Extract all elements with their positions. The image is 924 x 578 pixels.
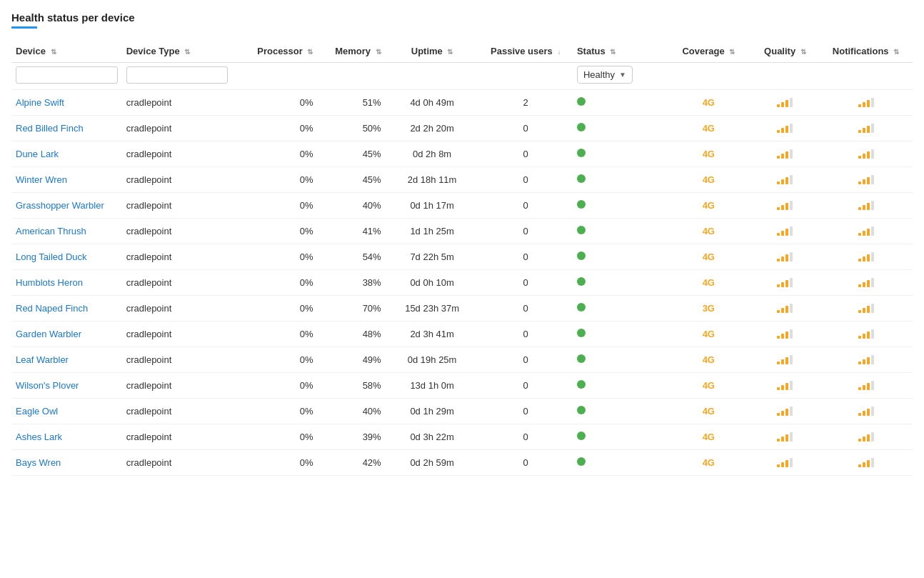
signal-bars-icon bbox=[777, 121, 793, 133]
cell-passive-users: 0 bbox=[479, 296, 573, 322]
device-link[interactable]: Grasshopper Warbler bbox=[16, 200, 104, 211]
dropdown-arrow-icon: ▼ bbox=[619, 71, 626, 79]
status-filter-dropdown[interactable]: Healthy ▼ bbox=[577, 66, 633, 84]
cell-processor: 0% bbox=[232, 424, 317, 450]
cell-notifications bbox=[819, 116, 913, 141]
th-quality[interactable]: Quality ⇅ bbox=[751, 40, 819, 63]
cell-device-type: cradlepoint bbox=[122, 399, 233, 424]
cell-device: Winter Wren bbox=[11, 167, 122, 193]
cell-processor: 0% bbox=[232, 116, 317, 141]
filter-row: Healthy ▼ bbox=[11, 63, 913, 90]
sort-icon-uptime: ⇅ bbox=[447, 48, 453, 56]
cell-notifications bbox=[819, 450, 913, 476]
status-dot bbox=[577, 97, 586, 106]
th-device-type[interactable]: Device Type ⇅ bbox=[122, 40, 233, 63]
cell-uptime: 13d 1h 0m bbox=[386, 373, 479, 399]
device-link[interactable]: Long Tailed Duck bbox=[16, 251, 87, 262]
device-link[interactable]: Garden Warbler bbox=[16, 329, 81, 339]
notification-bars-icon bbox=[858, 456, 874, 467]
cell-processor: 0% bbox=[232, 244, 317, 270]
cell-coverage: 4G bbox=[666, 424, 751, 450]
cell-device: Long Tailed Duck bbox=[11, 244, 122, 270]
sort-icon-memory: ⇅ bbox=[376, 48, 381, 56]
filter-processor-cell bbox=[232, 63, 317, 90]
cell-processor: 0% bbox=[232, 193, 317, 219]
cell-device: Leaf Warbler bbox=[11, 347, 122, 373]
cell-notifications bbox=[819, 219, 913, 244]
sort-icon-status: ⇅ bbox=[610, 48, 616, 56]
cell-quality bbox=[751, 322, 819, 347]
th-coverage[interactable]: Coverage ⇅ bbox=[666, 40, 751, 63]
cell-device-type: cradlepoint bbox=[122, 347, 233, 373]
device-link[interactable]: Alpine Swift bbox=[16, 97, 64, 108]
device-link[interactable]: Bays Wren bbox=[16, 457, 61, 468]
notification-bars-icon bbox=[858, 121, 874, 133]
cell-notifications bbox=[819, 296, 913, 322]
cell-device-type: cradlepoint bbox=[122, 450, 233, 476]
th-device[interactable]: Device ⇅ bbox=[11, 40, 122, 63]
cell-device-type: cradlepoint bbox=[122, 219, 233, 244]
cell-uptime: 7d 22h 5m bbox=[386, 244, 479, 270]
device-link[interactable]: Winter Wren bbox=[16, 174, 67, 185]
cell-memory: 48% bbox=[317, 322, 385, 347]
sort-icon-device-type: ⇅ bbox=[184, 48, 190, 56]
coverage-badge: 4G bbox=[703, 123, 715, 134]
cell-status bbox=[573, 116, 666, 141]
cell-device: Humblots Heron bbox=[11, 270, 122, 296]
signal-bars-icon bbox=[777, 173, 793, 184]
device-type-filter-input[interactable] bbox=[126, 66, 229, 84]
table-row: Alpine Swiftcradlepoint0%51%4d 0h 49m24G bbox=[11, 90, 913, 116]
table-row: Ashes Larkcradlepoint0%39%0d 3h 22m04G bbox=[11, 424, 913, 450]
cell-status bbox=[573, 296, 666, 322]
notification-bars-icon bbox=[858, 430, 874, 442]
cell-memory: 50% bbox=[317, 116, 385, 141]
device-link[interactable]: Leaf Warbler bbox=[16, 354, 69, 365]
cell-passive-users: 0 bbox=[479, 244, 573, 270]
cell-device: Red Naped Finch bbox=[11, 296, 122, 322]
cell-passive-users: 0 bbox=[479, 322, 573, 347]
title-underline bbox=[11, 26, 37, 29]
cell-processor: 0% bbox=[232, 90, 317, 116]
cell-status bbox=[573, 141, 666, 167]
coverage-badge: 4G bbox=[703, 149, 715, 159]
cell-device-type: cradlepoint bbox=[122, 424, 233, 450]
notification-bars-icon bbox=[858, 224, 874, 236]
device-link[interactable]: Ashes Lark bbox=[16, 432, 62, 442]
filter-quality-cell bbox=[751, 63, 819, 90]
device-link[interactable]: Red Naped Finch bbox=[16, 303, 88, 314]
cell-uptime: 0d 3h 22m bbox=[386, 424, 479, 450]
th-uptime[interactable]: Uptime ⇅ bbox=[386, 40, 479, 63]
th-processor[interactable]: Processor ⇅ bbox=[232, 40, 317, 63]
cell-notifications bbox=[819, 270, 913, 296]
cell-device: Eagle Owl bbox=[11, 399, 122, 424]
device-filter-input[interactable] bbox=[16, 66, 118, 84]
cell-status bbox=[573, 193, 666, 219]
notification-bars-icon bbox=[858, 276, 874, 287]
cell-quality bbox=[751, 244, 819, 270]
device-link[interactable]: Eagle Owl bbox=[16, 406, 58, 417]
cell-quality bbox=[751, 450, 819, 476]
cell-uptime: 0d 19h 25m bbox=[386, 347, 479, 373]
cell-passive-users: 0 bbox=[479, 450, 573, 476]
filter-notifications-cell bbox=[819, 63, 913, 90]
device-link[interactable]: Wilson's Plover bbox=[16, 380, 79, 391]
cell-passive-users: 0 bbox=[479, 193, 573, 219]
table-row: Red Naped Finchcradlepoint0%70%15d 23h 3… bbox=[11, 296, 913, 322]
cell-quality bbox=[751, 116, 819, 141]
cell-uptime: 0d 2h 8m bbox=[386, 141, 479, 167]
device-link[interactable]: American Thrush bbox=[16, 226, 86, 236]
notification-bars-icon bbox=[858, 199, 874, 210]
th-memory[interactable]: Memory ⇅ bbox=[317, 40, 385, 63]
cell-coverage: 4G bbox=[666, 399, 751, 424]
th-notifications[interactable]: Notifications ⇅ bbox=[819, 40, 913, 63]
device-link[interactable]: Red Billed Finch bbox=[16, 123, 84, 134]
cell-memory: 51% bbox=[317, 90, 385, 116]
th-status[interactable]: Status ⇅ bbox=[573, 40, 666, 63]
cell-quality bbox=[751, 424, 819, 450]
device-link[interactable]: Humblots Heron bbox=[16, 277, 83, 288]
page-container: Health status per device Device ⇅ Device… bbox=[0, 0, 924, 487]
cell-device-type: cradlepoint bbox=[122, 167, 233, 193]
status-dot bbox=[577, 329, 586, 337]
th-passive-users[interactable]: Passive users ↓ bbox=[479, 40, 573, 63]
device-link[interactable]: Dune Lark bbox=[16, 149, 59, 159]
